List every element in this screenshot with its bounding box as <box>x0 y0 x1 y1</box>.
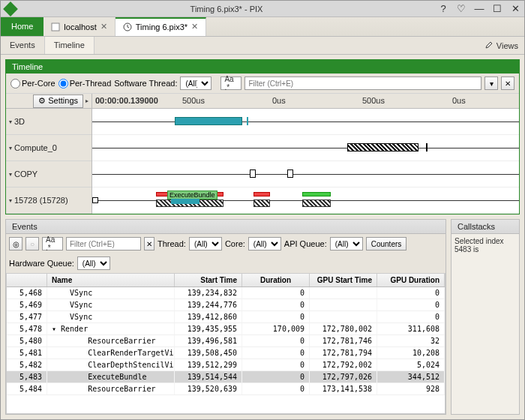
timeline-canvas[interactable]: 00:00:00.139000 500us 0us 500us 0us <box>92 94 519 214</box>
events-table-body: 5,468 VSync139,234,832005,469 VSync139,2… <box>7 287 445 395</box>
chevron-down-icon: ▾ <box>9 197 12 204</box>
table-row[interactable]: 5,481 ClearRenderTargetView139,508,45001… <box>7 347 445 359</box>
api-queue-select[interactable]: (All) <box>330 237 363 250</box>
document-tab-timing[interactable]: Timing 6.pix3* ✕ <box>116 17 206 36</box>
filter-clear-button[interactable]: ✕ <box>501 76 514 90</box>
timeline-marker[interactable] <box>92 197 98 203</box>
timeline-event-bar[interactable] <box>175 117 242 125</box>
circle-button[interactable]: ○ <box>26 237 39 250</box>
views-button[interactable]: Views <box>484 37 518 54</box>
timeline-filter-row: Per-Core Per-Thread Software Thread: (Al… <box>6 74 519 94</box>
track-label-thread[interactable]: ▾15728 (15728) <box>6 188 92 214</box>
timeline-event-bar[interactable] <box>302 200 331 207</box>
home-tab[interactable]: Home <box>1 17 44 36</box>
hardware-queue-select[interactable]: (All) <box>77 256 110 270</box>
column-header-gpu-duration[interactable]: GPU Duration <box>377 274 445 286</box>
events-table[interactable]: Name Start Time Duration GPU Start Time … <box>6 273 446 414</box>
timeline-panel: Timeline Per-Core Per-Thread Software Th… <box>5 59 520 214</box>
timeline-event-tick[interactable] <box>426 143 428 152</box>
minimize-icon[interactable]: — <box>473 3 485 15</box>
document-icon <box>51 22 60 32</box>
timeline-body: ⚙ Settings ▸ ▾3D ▾Compute_0 ▾COPY ▾15728… <box>6 94 519 214</box>
table-row[interactable]: 5,478▾ Render139,435,955170,009172,780,0… <box>7 323 445 335</box>
regex-toggle[interactable]: Aa .* <box>220 76 242 90</box>
table-row[interactable]: 5,468 VSync139,234,83200 <box>7 287 445 299</box>
filter-dropdown-button[interactable]: ▾ <box>484 76 498 90</box>
filter-clear-button[interactable]: ✕ <box>144 237 154 250</box>
edit-icon <box>484 40 494 51</box>
bottom-panels: Events ◎ ○ Aa .* ✕ Thread: (All) Core: (… <box>5 219 520 415</box>
table-row[interactable]: 5,483 ExecuteBundle139,514,5440172,797,0… <box>7 371 445 383</box>
subtab-timeline[interactable]: Timeline <box>45 37 94 54</box>
chevron-down-icon: ▾ <box>9 171 12 178</box>
document-tab-localhost[interactable]: localhost ✕ <box>44 17 115 36</box>
tab-close-icon[interactable]: ✕ <box>100 22 107 32</box>
ribbon-bar: Home localhost ✕ Timing 6.pix3* ✕ <box>1 17 524 37</box>
track-label-copy[interactable]: ▾COPY <box>6 161 92 188</box>
chevron-down-icon: ▾ <box>9 118 12 125</box>
chevron-down-icon: ▾ <box>9 145 12 152</box>
callstacks-panel: Callstacks Selected index 5483 is <box>451 219 520 415</box>
timeline-event-tick[interactable] <box>247 117 248 125</box>
document-tab-label: Timing 6.pix3* <box>136 22 188 32</box>
svg-rect-0 <box>52 23 59 31</box>
timeline-header: Timeline <box>6 60 519 74</box>
track-label-compute[interactable]: ▾Compute_0 <box>6 135 92 161</box>
table-row[interactable]: 5,469 VSync139,244,77600 <box>7 299 445 311</box>
track-label-3d[interactable]: ▾3D <box>6 109 92 135</box>
core-select[interactable]: (All) <box>248 237 281 250</box>
track-thread[interactable]: ExecuteBundle <box>92 188 519 214</box>
track-3d[interactable] <box>92 109 519 135</box>
title-bar: Timing 6.pix3* - PIX ? ♡ — ☐ ✕ <box>1 1 524 17</box>
events-filter-input[interactable] <box>66 237 141 250</box>
events-body: ◎ ○ Aa .* ✕ Thread: (All) Core: (All) AP… <box>6 234 446 414</box>
column-header-id[interactable] <box>7 274 47 286</box>
api-queue-label: API Queue: <box>284 239 327 248</box>
column-header-name[interactable]: Name <box>47 274 175 286</box>
timeline-event-bar[interactable] <box>347 143 418 152</box>
timeline-event-bar[interactable] <box>250 170 256 178</box>
window-controls: ? ♡ — ☐ ✕ <box>437 3 521 15</box>
column-header-gpu-start[interactable]: GPU Start Time <box>310 274 377 286</box>
timeline-event-bar[interactable] <box>302 192 331 196</box>
timeline-filter-input[interactable] <box>244 76 482 90</box>
timeline-left-header: ⚙ Settings ▸ <box>6 94 92 109</box>
maximize-icon[interactable]: ☐ <box>491 3 503 15</box>
counters-button[interactable]: Counters <box>366 237 407 250</box>
subtab-events[interactable]: Events <box>1 37 45 54</box>
timeline-tracks: ExecuteBundle <box>92 109 519 214</box>
regex-toggle[interactable]: Aa .* <box>42 237 63 250</box>
close-icon[interactable]: ✕ <box>509 3 521 15</box>
thread-label: Thread: <box>158 239 186 248</box>
table-row[interactable]: 5,477 VSync139,412,86000 <box>7 311 445 323</box>
tab-close-icon[interactable]: ✕ <box>191 22 198 32</box>
track-copy[interactable] <box>92 161 519 188</box>
per-thread-radio[interactable]: Per-Thread <box>58 79 112 88</box>
timeline-event-bar[interactable] <box>254 200 270 207</box>
events-header: Events <box>6 220 446 234</box>
track-compute[interactable] <box>92 135 519 161</box>
events-filter-row-2: Hardware Queue: (All) <box>6 254 446 273</box>
thread-select[interactable]: (All) <box>189 237 222 250</box>
content-area: Timeline Per-Core Per-Thread Software Th… <box>1 55 524 419</box>
chevron-right-icon[interactable]: ▸ <box>86 98 88 104</box>
timeline-event-bar[interactable] <box>171 199 200 204</box>
core-label: Core: <box>225 239 245 248</box>
table-row[interactable]: 5,482 ClearDepthStencilView139,512,29901… <box>7 359 445 371</box>
sub-tab-bar: Events Timeline Views <box>1 37 524 55</box>
timeline-track-labels: ⚙ Settings ▸ ▾3D ▾Compute_0 ▾COPY ▾15728… <box>6 94 92 214</box>
callstacks-header: Callstacks <box>452 220 519 234</box>
settings-button[interactable]: ⚙ Settings <box>33 94 83 108</box>
column-header-duration[interactable]: Duration <box>242 274 310 286</box>
heart-icon[interactable]: ♡ <box>455 3 467 15</box>
table-row[interactable]: 5,484 ResourceBarrier139,520,6390173,141… <box>7 383 445 395</box>
table-row[interactable]: 5,480 ResourceBarrier139,496,5810172,781… <box>7 335 445 347</box>
timeline-event-bar[interactable] <box>287 170 293 178</box>
timecode-label: 00:00:00.139000 <box>95 96 158 105</box>
help-icon[interactable]: ? <box>437 3 449 15</box>
column-header-start[interactable]: Start Time <box>175 274 242 286</box>
timeline-event-bar[interactable] <box>254 192 270 196</box>
software-thread-select[interactable]: (All) <box>180 76 212 90</box>
target-button[interactable]: ◎ <box>9 237 22 250</box>
per-core-radio[interactable]: Per-Core <box>10 79 56 88</box>
